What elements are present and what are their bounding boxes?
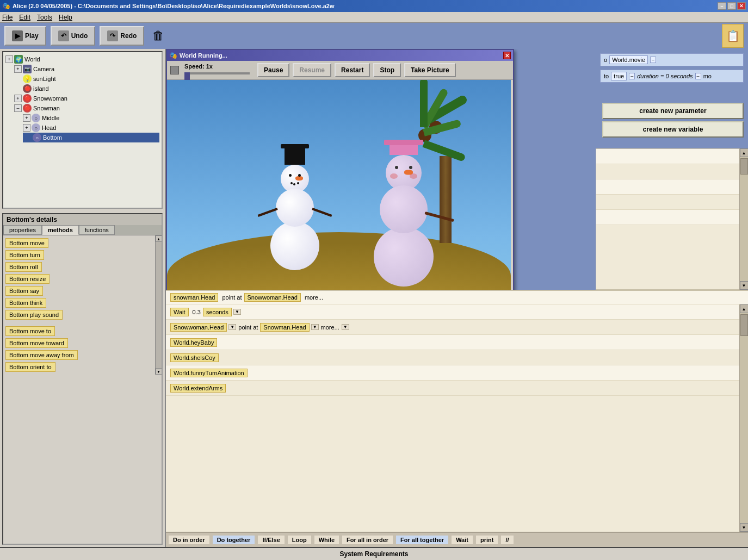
- tab-methods[interactable]: methods: [42, 225, 79, 235]
- btn-wait[interactable]: Wait: [451, 535, 473, 545]
- right-scroll-down[interactable]: ▼: [740, 281, 749, 290]
- method-bottom-movetoward[interactable]: Bottom move toward: [5, 338, 68, 348]
- partial-chip2[interactable]: Snowwoman.Head: [244, 293, 301, 302]
- tree-expand-snowman[interactable]: –: [14, 104, 22, 112]
- btn-for-all-in-order[interactable]: For all in order: [342, 535, 393, 545]
- tree-expand-snowwoman[interactable]: +: [14, 95, 22, 102]
- light-icon: 💡: [23, 74, 32, 83]
- play-button[interactable]: ▶ Play: [4, 26, 46, 46]
- wait-chip[interactable]: Wait: [170, 308, 189, 316]
- right-scroll-thumb[interactable]: [740, 158, 748, 175]
- undo-icon: ↶: [58, 30, 69, 41]
- tree-item-sunlight[interactable]: 💡 sunLight: [14, 74, 159, 84]
- snowwomanhead-chip[interactable]: Snowwoman.Head: [170, 323, 227, 332]
- take-picture-button[interactable]: Take Picture: [404, 63, 455, 77]
- tree-item-island[interactable]: 🔴 island: [14, 84, 159, 94]
- extendarms-chip[interactable]: World.extendArms: [170, 384, 226, 393]
- speed-slider-thumb[interactable]: [184, 72, 190, 80]
- restart-button[interactable]: Restart: [335, 63, 370, 77]
- tab-properties[interactable]: properties: [3, 225, 42, 235]
- wait-seconds-chip[interactable]: seconds: [203, 308, 232, 316]
- tree-item-camera[interactable]: + 📷 Camera: [14, 64, 159, 74]
- method-bottom-resize[interactable]: Bottom resize: [5, 274, 50, 284]
- tree-expand-camera[interactable]: +: [14, 65, 22, 73]
- right-row1-arrow[interactable]: –: [650, 57, 656, 63]
- method-bottom-turn[interactable]: Bottom turn: [5, 250, 44, 260]
- resume-button[interactable]: Resume: [293, 63, 331, 77]
- funnyturn-chip[interactable]: World.funnyTurnAnimation: [170, 369, 248, 377]
- pointat-more-dropdown[interactable]: ▼: [342, 324, 349, 330]
- wait-dropdown[interactable]: ▼: [233, 309, 241, 315]
- shelscoy-chip[interactable]: World.shelsCoy: [170, 353, 219, 362]
- methods-scroll-up[interactable]: ▲: [156, 235, 162, 242]
- window-title: Alice (2.0 04/05/2005) - C:\Documents an…: [13, 3, 335, 9]
- right-scroll-up[interactable]: ▲: [740, 148, 749, 157]
- method-bottom-moveto[interactable]: Bottom move to: [5, 326, 55, 336]
- method-bottom-think[interactable]: Bottom think: [5, 298, 46, 308]
- dialog-title-text: World Running...: [180, 52, 227, 59]
- btn-do-together[interactable]: Do together: [212, 535, 256, 545]
- right-row2-arrow2[interactable]: –: [695, 73, 701, 79]
- redo-button[interactable]: ↷ Redo: [100, 26, 144, 46]
- btn-do-in-order[interactable]: Do in order: [168, 535, 210, 545]
- minimize-button[interactable]: –: [718, 2, 726, 10]
- toolbar: ▶ Play ↶ Undo ↷ Redo 🗑 📋: [0, 23, 748, 49]
- tree-expand-head[interactable]: +: [23, 124, 30, 132]
- method-bottom-roll[interactable]: Bottom roll: [5, 262, 42, 272]
- create-parameter-button[interactable]: create new parameter: [602, 103, 744, 119]
- snowwoman-hat-top: [390, 145, 418, 155]
- snowmanhead-chip[interactable]: Snowman.Head: [260, 323, 309, 332]
- snowmanhead-dropdown[interactable]: ▼: [311, 324, 319, 330]
- btn-for-all-together[interactable]: For all together: [395, 535, 449, 545]
- right-row2-arrow1[interactable]: –: [629, 73, 635, 79]
- heybaby-chip[interactable]: World.heyBaby: [170, 338, 217, 347]
- code-scroll-down[interactable]: ▼: [740, 523, 749, 532]
- menu-edit[interactable]: Edit: [19, 14, 30, 21]
- menu-file[interactable]: File: [2, 14, 13, 21]
- btn-print[interactable]: print: [475, 535, 498, 545]
- method-bottom-say[interactable]: Bottom say: [5, 286, 43, 296]
- method-bottom-move[interactable]: Bottom move: [5, 238, 48, 248]
- tree-item-world[interactable]: + 🌍 World: [5, 54, 159, 64]
- dialog-close-button[interactable]: ✕: [503, 52, 511, 59]
- tree-expand-world[interactable]: +: [5, 55, 13, 63]
- stop-button[interactable]: Stop: [373, 63, 401, 77]
- tree-item-head[interactable]: + ○ Head: [23, 123, 159, 133]
- menu-help[interactable]: Help: [59, 14, 72, 21]
- tab-functions[interactable]: functions: [79, 225, 115, 235]
- method-bottom-playsound[interactable]: Bottom play sound: [5, 310, 63, 320]
- pause-button[interactable]: Pause: [257, 63, 289, 77]
- tree-label-camera: Camera: [33, 66, 54, 72]
- palm-leaf5: [420, 80, 428, 127]
- btn-comment[interactable]: //: [500, 535, 514, 545]
- partial-chip1[interactable]: snowman.Head: [170, 293, 218, 302]
- island-icon: 🔴: [23, 84, 32, 93]
- maximize-button[interactable]: □: [727, 2, 736, 10]
- code-scroll-thumb[interactable]: [740, 314, 748, 336]
- tree-item-snowwoman[interactable]: + 🔴 Snowwoman: [14, 94, 159, 103]
- menu-tools[interactable]: Tools: [37, 14, 52, 21]
- method-row-moveawayfrom: Bottom move away from: [4, 350, 154, 360]
- right-row2-value[interactable]: true: [611, 72, 627, 80]
- method-row-think: Bottom think: [4, 297, 154, 308]
- undo-button[interactable]: ↶ Undo: [51, 26, 96, 46]
- tree-item-middle[interactable]: + ○ Middle: [23, 113, 159, 123]
- method-bottom-moveawayfrom[interactable]: Bottom move away from: [5, 350, 78, 360]
- tree-item-bottom[interactable]: ○ Bottom: [23, 133, 159, 142]
- trash-button[interactable]: 🗑: [149, 26, 168, 46]
- btn-if-else[interactable]: If/Else: [257, 535, 285, 545]
- speed-slider[interactable]: [184, 70, 250, 77]
- code-scroll-up[interactable]: ▲: [740, 304, 749, 313]
- close-button[interactable]: ✕: [737, 2, 746, 10]
- method-bottom-orientto[interactable]: Bottom orient to: [5, 362, 55, 372]
- create-variable-button[interactable]: create new variable: [602, 121, 744, 138]
- methods-scrollbar: ▲ ▼: [155, 235, 162, 375]
- tree-expand-middle[interactable]: +: [23, 114, 30, 122]
- btn-loop[interactable]: Loop: [287, 535, 312, 545]
- tree-item-snowman[interactable]: – 🔴 Snowman: [14, 103, 159, 113]
- btn-while[interactable]: While: [314, 535, 339, 545]
- right-row1-value[interactable]: World.movie: [609, 55, 648, 64]
- methods-scroll-down[interactable]: ▼: [156, 368, 162, 375]
- snowwomanhead-dropdown[interactable]: ▼: [228, 324, 236, 330]
- details-tabs: properties methods functions: [3, 225, 162, 235]
